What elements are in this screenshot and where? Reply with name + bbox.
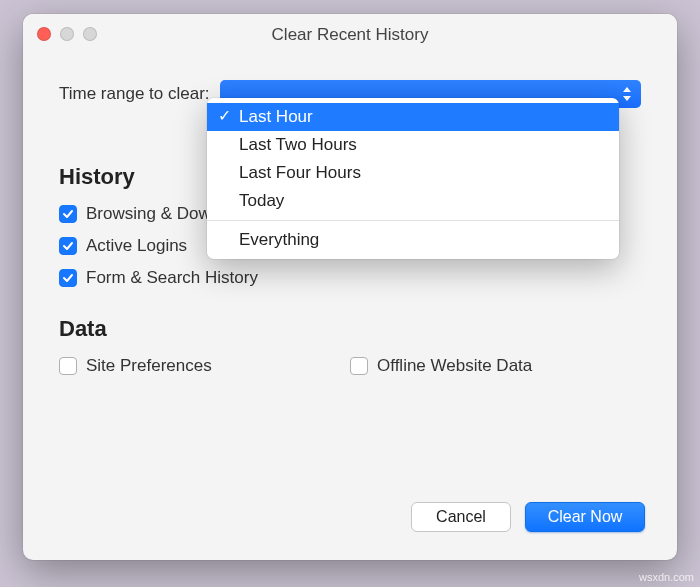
traffic-lights: [37, 27, 97, 41]
dropdown-separator: [207, 220, 619, 221]
data-checkboxes: Site Preferences Offline Website Data: [59, 356, 641, 376]
checkbox-label: Site Preferences: [86, 356, 212, 376]
watermark: wsxdn.com: [639, 571, 694, 583]
section-heading-data: Data: [59, 316, 641, 342]
zoom-icon: [83, 27, 97, 41]
data-col-right: Offline Website Data: [350, 356, 641, 376]
checkbox[interactable]: [59, 357, 77, 375]
checkbox-row-site-prefs[interactable]: Site Preferences: [59, 356, 350, 376]
time-range-dropdown[interactable]: Last Hour Last Two Hours Last Four Hours…: [207, 98, 619, 259]
data-col-left: Site Preferences: [59, 356, 350, 376]
window-title: Clear Recent History: [272, 25, 429, 45]
checkbox-label: Form & Search History: [86, 268, 258, 288]
dialog-buttons: Cancel Clear Now: [411, 502, 645, 532]
checkbox[interactable]: [59, 237, 77, 255]
minimize-icon: [60, 27, 74, 41]
dialog-window: Clear Recent History Time range to clear…: [23, 14, 677, 560]
dropdown-option-last-hour[interactable]: Last Hour: [207, 103, 619, 131]
dropdown-option-today[interactable]: Today: [207, 187, 619, 215]
checkbox[interactable]: [59, 269, 77, 287]
close-icon[interactable]: [37, 27, 51, 41]
dropdown-option-everything[interactable]: Everything: [207, 226, 619, 254]
checkbox-row-form-search[interactable]: Form & Search History: [59, 268, 350, 288]
checkbox-label: Offline Website Data: [377, 356, 532, 376]
checkbox[interactable]: [350, 357, 368, 375]
dropdown-option-last-two-hours[interactable]: Last Two Hours: [207, 131, 619, 159]
checkbox-row-offline-data[interactable]: Offline Website Data: [350, 356, 641, 376]
dropdown-option-last-four-hours[interactable]: Last Four Hours: [207, 159, 619, 187]
titlebar: Clear Recent History: [23, 14, 677, 56]
cancel-button[interactable]: Cancel: [411, 502, 511, 532]
checkbox-label: Active Logins: [86, 236, 187, 256]
checkbox[interactable]: [59, 205, 77, 223]
clear-now-button[interactable]: Clear Now: [525, 502, 645, 532]
time-range-label: Time range to clear:: [59, 84, 210, 104]
chevron-updown-icon: [621, 87, 633, 101]
